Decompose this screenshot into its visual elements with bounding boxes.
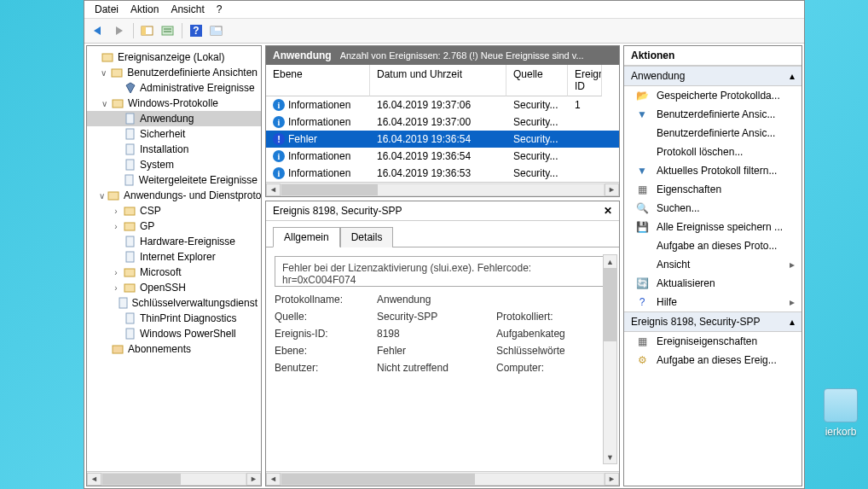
tree-microsoft[interactable]: ›Microsoft — [87, 265, 261, 280]
event-row[interactable]: !Fehler16.04.2019 19:36:54Security... — [266, 131, 619, 148]
action-item[interactable]: Ansicht▸ — [624, 255, 801, 274]
action-item[interactable]: Protokoll löschen... — [624, 143, 801, 161]
grid-subtitle: Anzahl von Ereignissen: 2.768 (!) Neue E… — [340, 50, 612, 61]
menu-file[interactable]: Datei — [95, 3, 119, 15]
action-item[interactable]: ▼Aktuelles Protokoll filtern... — [624, 161, 801, 180]
svg-rect-20 — [108, 192, 119, 200]
menu-bar: Datei Aktion Ansicht ? — [84, 1, 804, 19]
action-item[interactable]: ⚙Aufgabe an dieses Ereig... — [624, 351, 801, 370]
tree-powershell[interactable]: Windows PowerShell — [87, 326, 261, 341]
svg-rect-23 — [126, 236, 134, 247]
event-row[interactable]: iInformationen16.04.2019 19:37:06Securit… — [266, 96, 619, 114]
tree-hardware[interactable]: Hardware-Ereignisse — [87, 234, 261, 249]
tree-root[interactable]: Ereignisanzeige (Lokal) — [87, 49, 261, 65]
help-button[interactable]: ? — [187, 21, 205, 40]
action-icon: 🔄 — [634, 277, 650, 289]
properties-button[interactable] — [159, 21, 177, 40]
action-item[interactable]: 🔍Suchen... — [624, 199, 801, 218]
action-group-event[interactable]: Ereignis 8198, Security-SPP▴ — [624, 311, 801, 332]
svg-rect-10 — [211, 26, 215, 35]
svg-rect-3 — [142, 26, 146, 35]
tree-hscrollbar[interactable]: ◄► — [87, 471, 261, 486]
action-item[interactable]: 💾Alle Ereignisse speichern ... — [624, 218, 801, 236]
menu-view[interactable]: Ansicht — [171, 3, 204, 15]
tab-details[interactable]: Details — [340, 227, 394, 247]
recycle-bin-label: ierkorb — [825, 426, 857, 438]
svg-rect-25 — [124, 269, 135, 277]
action-item[interactable]: ?Hilfe▸ — [624, 293, 801, 311]
svg-rect-22 — [124, 223, 135, 230]
svg-marker-1 — [116, 26, 123, 35]
svg-rect-13 — [112, 69, 122, 77]
tree-forwarded[interactable]: Weitergeleitete Ereignisse — [87, 172, 261, 188]
action-item[interactable]: 📂Gespeicherte Protokollda... — [624, 86, 801, 105]
menu-action[interactable]: Aktion — [130, 3, 159, 15]
tab-general[interactable]: Allgemein — [273, 227, 340, 247]
svg-rect-18 — [126, 160, 134, 170]
tree-keymgmt[interactable]: Schlüsselverwaltungsdienst — [87, 295, 261, 311]
event-row[interactable]: iInformationen16.04.2019 19:37:00Securit… — [266, 114, 619, 131]
tree-thinprint[interactable]: ThinPrint Diagnostics — [87, 311, 261, 326]
action-group-app[interactable]: Anwendung▴ — [624, 66, 801, 86]
actions-pane: Aktionen Anwendung▴ 📂Gespeicherte Protok… — [623, 45, 802, 486]
grid-hscrollbar[interactable]: ◄► — [266, 182, 619, 196]
info-icon: i — [273, 116, 285, 128]
svg-rect-12 — [102, 54, 113, 61]
action-icon: ▦ — [634, 335, 650, 347]
col-source[interactable]: Quelle — [506, 65, 568, 96]
event-row[interactable]: iInformationen16.04.2019 19:36:53Securit… — [266, 165, 619, 182]
tree-setup[interactable]: Installation — [87, 142, 261, 157]
action-item[interactable]: Aufgabe an dieses Proto... — [624, 236, 801, 255]
tree-custom-views[interactable]: ∨Benutzerdefinierte Ansichten — [87, 65, 261, 80]
svg-rect-16 — [126, 129, 134, 139]
recycle-bin[interactable]: ierkorb — [817, 388, 865, 438]
grid-body[interactable]: iInformationen16.04.2019 19:37:06Securit… — [266, 96, 619, 182]
svg-marker-0 — [94, 26, 101, 35]
toolbar: ? — [84, 19, 804, 44]
action-item[interactable]: ▦Eigenschaften — [624, 180, 801, 199]
action-item[interactable]: ▼Benutzerdefinierte Ansic... — [624, 105, 801, 124]
svg-rect-27 — [119, 298, 127, 308]
col-level[interactable]: Ebene — [266, 65, 370, 96]
event-row[interactable]: iInformationen16.04.2019 19:36:54Securit… — [266, 148, 619, 165]
center-pane: Anwendung Anzahl von Ereignissen: 2.768 … — [263, 44, 622, 488]
info-icon: i — [273, 167, 285, 179]
event-message: Fehler bei der Lizenzaktivierung (slui.e… — [275, 256, 610, 287]
detail-vscrollbar[interactable]: ▲▼ — [603, 254, 617, 464]
tree-admin-events[interactable]: Administrative Ereignisse — [87, 80, 261, 96]
svg-rect-15 — [126, 114, 134, 124]
col-date[interactable]: Datum und Uhrzeit — [370, 65, 506, 96]
back-button[interactable] — [90, 21, 108, 40]
detail-hscrollbar[interactable]: ◄► — [266, 471, 619, 486]
tree-windows-logs[interactable]: ∨Windows-Protokolle — [87, 96, 261, 111]
action-item[interactable]: 🔄Aktualisieren — [624, 274, 801, 293]
tree-gp[interactable]: ›GP — [87, 218, 261, 234]
action-icon: ▦ — [634, 183, 650, 195]
show-hide-tree-button[interactable] — [138, 21, 157, 40]
svg-rect-17 — [126, 144, 134, 154]
tree-application[interactable]: Anwendung — [87, 111, 261, 126]
action-item[interactable]: ▦Ereigniseigenschaften — [624, 332, 801, 351]
info-icon: i — [273, 99, 285, 111]
col-eventid[interactable]: Ereignis-ID — [568, 65, 602, 96]
collapse-icon: ▴ — [790, 316, 795, 328]
layout-button[interactable] — [207, 21, 226, 40]
tree-csp[interactable]: ›CSP — [87, 203, 261, 218]
tree-ie[interactable]: Internet Explorer — [87, 249, 261, 265]
navigation-tree[interactable]: Ereignisanzeige (Lokal) ∨Benutzerdefinie… — [87, 46, 261, 471]
menu-help[interactable]: ? — [217, 3, 223, 15]
info-icon: i — [273, 150, 285, 162]
action-item[interactable]: Benutzerdefinierte Ansic... — [624, 124, 801, 143]
tree-security[interactable]: Sicherheit — [87, 126, 261, 142]
svg-rect-24 — [126, 252, 134, 262]
tree-subscriptions[interactable]: Abonnements — [87, 341, 261, 357]
event-properties: Protokollname:Anwendung Quelle:Security-… — [275, 294, 610, 374]
close-icon[interactable]: ✕ — [604, 205, 612, 217]
grid-header: Anwendung Anzahl von Ereignissen: 2.768 … — [266, 46, 619, 65]
tree-app-services[interactable]: ∨Anwendungs- und Dienstprotokolle — [87, 188, 261, 203]
forward-button[interactable] — [110, 21, 129, 40]
tree-openssh[interactable]: ›OpenSSH — [87, 280, 261, 295]
event-viewer-window: Datei Aktion Ansicht ? ? Ereignisanzeige… — [84, 0, 805, 489]
tree-system[interactable]: System — [87, 157, 261, 172]
event-detail-pane: Ereignis 8198, Security-SPP ✕ Allgemein … — [265, 201, 620, 486]
